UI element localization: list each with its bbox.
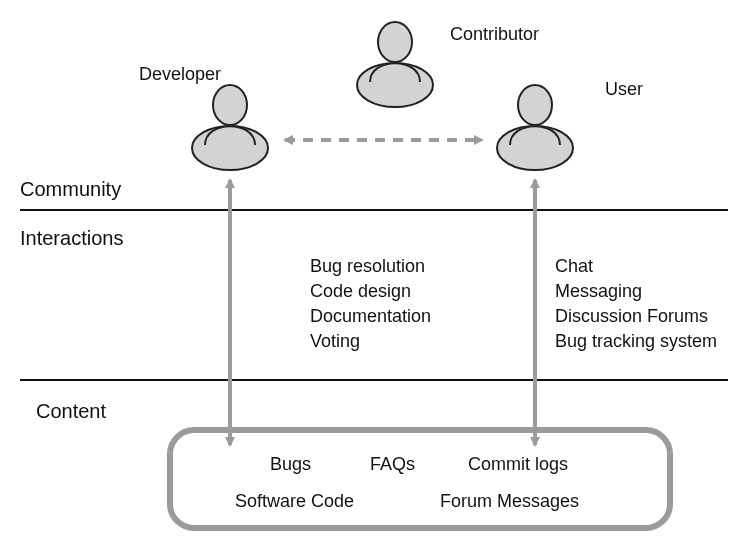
- content-top-1: FAQs: [370, 454, 415, 474]
- content-bottom-row: Software Code Forum Messages: [235, 491, 579, 511]
- user-icon: [497, 85, 573, 170]
- interactions-left-3: Voting: [310, 331, 360, 351]
- content-box: [170, 430, 670, 528]
- content-bottom-1: Forum Messages: [440, 491, 579, 511]
- content-top-0: Bugs: [270, 454, 311, 474]
- svg-point-5: [518, 85, 552, 125]
- content-top-row: Bugs FAQs Commit logs: [270, 454, 568, 474]
- developer-label: Developer: [139, 64, 221, 84]
- community-label: Community: [20, 178, 121, 200]
- content-label: Content: [36, 400, 106, 422]
- contributor-label: Contributor: [450, 24, 539, 44]
- interactions-right-list: Chat Messaging Discussion Forums Bug tra…: [555, 256, 717, 351]
- interactions-left-0: Bug resolution: [310, 256, 425, 276]
- interactions-left-2: Documentation: [310, 306, 431, 326]
- interactions-left-list: Bug resolution Code design Documentation…: [310, 256, 431, 351]
- interactions-right-3: Bug tracking system: [555, 331, 717, 351]
- interactions-right-1: Messaging: [555, 281, 642, 301]
- interactions-right-0: Chat: [555, 256, 593, 276]
- interactions-left-1: Code design: [310, 281, 411, 301]
- diagram-canvas: Community Interactions Content Developer…: [0, 0, 748, 538]
- interactions-label: Interactions: [20, 227, 123, 249]
- interactions-right-2: Discussion Forums: [555, 306, 708, 326]
- content-bottom-0: Software Code: [235, 491, 354, 511]
- svg-point-1: [213, 85, 247, 125]
- contributor-icon: [357, 22, 433, 107]
- user-label: User: [605, 79, 643, 99]
- svg-point-3: [378, 22, 412, 62]
- developer-icon: [192, 85, 268, 170]
- content-top-2: Commit logs: [468, 454, 568, 474]
